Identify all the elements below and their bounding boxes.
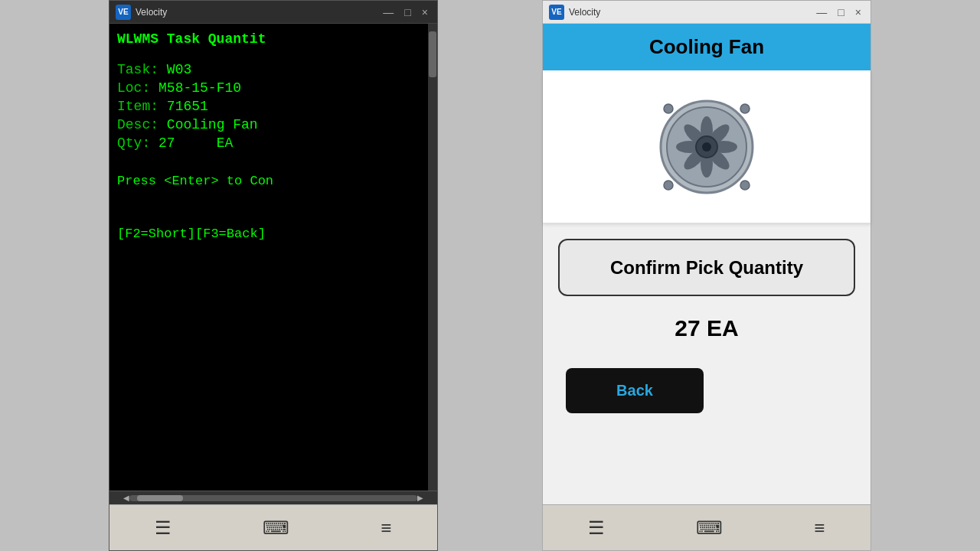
- loc-label: Loc:: [117, 80, 150, 96]
- minimize-btn-left[interactable]: —: [380, 6, 397, 18]
- align-text-icon-right[interactable]: ☰: [582, 511, 611, 545]
- svg-point-12: [664, 104, 673, 113]
- qty-line: Qty: 27 EA: [117, 135, 430, 151]
- svg-point-11: [702, 142, 711, 152]
- maximize-btn-right[interactable]: □: [835, 6, 847, 18]
- left-titlebar: VE Velocity — □ ×: [109, 1, 437, 24]
- task-value: W03: [167, 62, 191, 77]
- loc-value: M58-15-F10: [158, 80, 241, 96]
- qty-label: Qty:: [117, 135, 150, 151]
- function-shortcuts: [F2=Short][F3=Back]: [117, 227, 430, 241]
- product-image-area: [543, 70, 871, 223]
- item-line: Item: 71651: [117, 99, 430, 114]
- right-bottom-toolbar: ☰ ⌨ ≡: [543, 504, 871, 550]
- product-name-header: Cooling Fan: [543, 24, 871, 70]
- keyboard-icon-right[interactable]: ⌨: [690, 511, 729, 545]
- task-line: Task: W03: [117, 62, 430, 77]
- task-label: Task:: [117, 62, 158, 77]
- left-title: Velocity: [136, 7, 375, 18]
- right-titlebar: VE Velocity — □ ×: [543, 1, 871, 24]
- quantity-display: 27 EA: [675, 315, 738, 341]
- scrollbar-thumb[interactable]: [429, 31, 436, 77]
- svg-point-15: [740, 181, 750, 190]
- desc-value: Cooling Fan: [167, 117, 258, 132]
- ve-logo-left: VE: [116, 5, 131, 20]
- item-label: Item:: [117, 99, 158, 114]
- quantity-number: 27: [675, 315, 700, 341]
- confirm-pick-quantity-box: Confirm Pick Quantity: [558, 239, 855, 296]
- item-value: 71651: [167, 99, 208, 114]
- cooling-fan-image: [657, 97, 756, 197]
- back-button-area: Back: [543, 353, 871, 429]
- scroll-left-btn[interactable]: ◀: [123, 494, 129, 502]
- qty-value: 27: [158, 135, 175, 151]
- svg-point-14: [664, 181, 673, 190]
- ve-logo-right: VE: [549, 5, 564, 20]
- scrollbar-track: [129, 495, 417, 501]
- h-scrollbar-thumb[interactable]: [137, 495, 183, 501]
- terminal-header: WLWMS Task Quantit: [117, 31, 430, 47]
- left-window: VE Velocity — □ × WLWMS Task Quantit Tas…: [109, 0, 438, 551]
- enter-prompt: Press <Enter> to Con: [117, 174, 430, 188]
- quantity-unit: EA: [707, 315, 739, 341]
- close-btn-right[interactable]: ×: [852, 6, 864, 18]
- loc-line: Loc: M58-15-F10: [117, 80, 430, 96]
- back-button[interactable]: Back: [566, 368, 704, 413]
- menu-icon-left[interactable]: ≡: [374, 511, 397, 545]
- maximize-btn-left[interactable]: □: [401, 6, 413, 18]
- scroll-right-btn[interactable]: ▶: [417, 494, 423, 502]
- right-window: VE Velocity — □ × Cooling Fan: [542, 0, 871, 551]
- svg-point-13: [740, 104, 750, 113]
- left-bottom-toolbar: ☰ ⌨ ≡: [109, 504, 437, 550]
- desc-label: Desc:: [117, 117, 158, 132]
- keyboard-icon-left[interactable]: ⌨: [256, 511, 296, 545]
- right-title: Velocity: [569, 7, 808, 18]
- desc-line: Desc: Cooling Fan: [117, 117, 430, 132]
- minimize-btn-right[interactable]: —: [813, 6, 830, 18]
- align-text-icon[interactable]: ☰: [149, 511, 178, 545]
- menu-icon-right[interactable]: ≡: [808, 511, 831, 545]
- horizontal-scrollbar[interactable]: ◀ ▶: [109, 491, 437, 504]
- terminal-screen: WLWMS Task Quantit Task: W03 Loc: M58-15…: [109, 24, 437, 491]
- vertical-scrollbar[interactable]: [428, 24, 437, 491]
- right-content-area: Cooling Fan: [543, 24, 871, 504]
- close-btn-left[interactable]: ×: [419, 6, 431, 18]
- qty-unit: EA: [217, 135, 234, 151]
- confirm-box-label: Confirm Pick Quantity: [610, 257, 803, 278]
